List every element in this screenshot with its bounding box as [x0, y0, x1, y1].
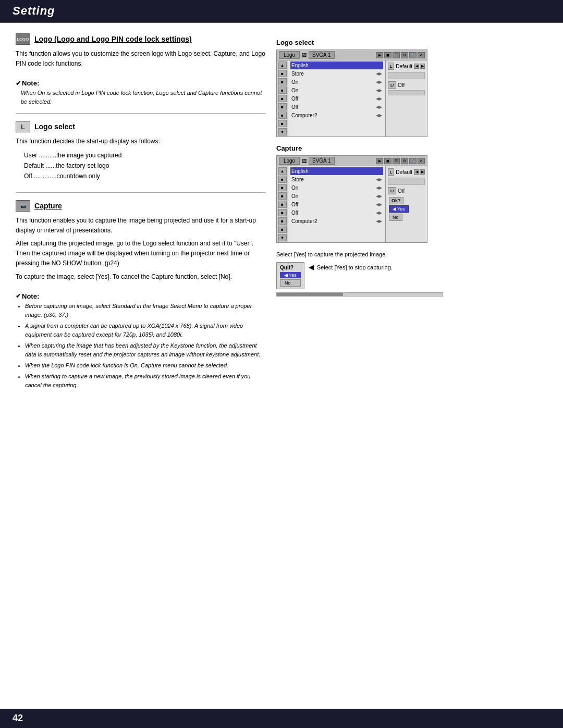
panel-arrow-left[interactable]: ◀: [414, 64, 419, 69]
menu-row-on2[interactable]: On ◀▶: [290, 87, 383, 94]
cap-panel-arrow-right[interactable]: ▶: [420, 169, 425, 175]
nav-btn-4[interactable]: ■: [278, 95, 287, 102]
cap-nav-down[interactable]: ▼: [278, 234, 287, 241]
cap-menu-row-computer2[interactable]: Computer2 ◀▶: [290, 217, 383, 225]
logo-section-title: Logo (Logo and Logo PIN code lock settin…: [34, 35, 192, 43]
capture-topbar-icon-5: 🔧: [409, 158, 417, 164]
note-title-1: Note:: [16, 79, 266, 87]
quit-panel: Quit? ◀ Yes No ◀ Select [Yes] to stop ca…: [276, 262, 443, 289]
panel-default-label: Default: [396, 64, 412, 69]
cap-panel-image-preview: [388, 178, 425, 185]
logo-select-title: Logo select: [34, 122, 75, 131]
ui-body-logo: ▲ ■ ■ ■ ■ ■ ■ ■ ▼ English Store: [277, 60, 427, 137]
logo-select-desc: This function decides the start-up displ…: [16, 137, 266, 146]
no-button[interactable]: No: [389, 214, 402, 221]
quit-label: Quit?: [280, 265, 301, 270]
logo-section: LOGO Logo (Logo and Logo PIN code lock s…: [16, 33, 266, 69]
nav-down[interactable]: ▼: [278, 128, 287, 135]
menu-label-computer2: Computer2: [291, 113, 317, 118]
cap-nav-btn-5[interactable]: ■: [278, 209, 287, 216]
panel-arrow-right[interactable]: ▶: [420, 64, 425, 69]
cap-nav-btn-2[interactable]: ■: [278, 184, 287, 191]
cap-nav-btn-4[interactable]: ■: [278, 201, 287, 208]
cap-nav-btn-7[interactable]: ■: [278, 226, 287, 233]
cap-nav-btn-1[interactable]: ■: [278, 176, 287, 183]
note-bullet-1: Before capturing an image, select Standa…: [25, 302, 266, 319]
menu-row-off2[interactable]: Off ◀▶: [290, 103, 383, 111]
cap-menu-row-english[interactable]: English: [290, 167, 383, 175]
cap-menu-row-off1[interactable]: Off ◀▶: [290, 201, 383, 208]
cap-nav-btn-6[interactable]: ■: [278, 217, 287, 225]
cap-menu-row-store[interactable]: Store ◀▶: [290, 176, 383, 183]
cap-menu-row-off2[interactable]: Off ◀▶: [290, 209, 383, 217]
nav-btn-1[interactable]: ■: [278, 70, 287, 77]
note-block-2: Note: Before capturing an image, select …: [16, 292, 266, 390]
topbar-capture-svga: SVGA 1: [309, 157, 335, 165]
quit-yes-button[interactable]: ◀ Yes: [280, 272, 301, 278]
cap-panel-default-label: Default: [396, 169, 412, 175]
panel-icon-off: L/: [388, 81, 396, 89]
topbar-icon-2: ◼: [384, 52, 391, 58]
nav-btn-6[interactable]: ■: [278, 112, 287, 119]
topbar-logo-label: Logo: [279, 51, 300, 59]
nav-btn-3[interactable]: ■: [278, 87, 287, 94]
cap-menu-label-off2: Off: [291, 210, 298, 216]
nav-up[interactable]: ▲: [278, 61, 287, 69]
cap-panel-arrows-default: ◀ ▶: [414, 169, 425, 175]
menu-label-store: Store: [291, 71, 304, 77]
cap-menu-label-off1: Off: [291, 202, 298, 207]
menu-label-on1: On: [291, 79, 298, 85]
menu-arrow-off2: ◀▶: [376, 105, 382, 109]
note-bullet-2: A signal from a computer can be captured…: [25, 322, 266, 339]
nav-btn-7[interactable]: ■: [278, 120, 287, 127]
capture-screenshot: Logo 🖼 SVGA 1 ▶ ◼ ☰ ⚙ 🔧 ✔ ▲ ■ ■: [276, 155, 427, 243]
logo-line-2: Default ......the factory-set logo: [24, 161, 266, 171]
caption-select-yes: Select [Yes] to capture the projected im…: [276, 250, 443, 259]
page-number: 42: [13, 713, 23, 724]
note-bullet-5: When starting to capture a new image, th…: [25, 372, 266, 390]
cap-menu-label-store: Store: [291, 177, 304, 182]
quit-no-button[interactable]: No: [280, 279, 301, 287]
panel-icon-L: L: [388, 63, 394, 70]
ok-label: Ok?: [389, 197, 403, 204]
quit-desc-text: Select [Yes] to stop capturing.: [317, 264, 393, 270]
cap-panel-row-L: L Default ◀ ▶: [388, 168, 425, 176]
divider-1: [16, 113, 266, 114]
ok-yes-no-panel: Ok? ◀ Yes No: [388, 196, 425, 222]
main-content: LOGO Logo (Logo and Logo PIN code lock s…: [0, 23, 563, 408]
menu-row-computer2[interactable]: Computer2 ◀▶: [290, 112, 383, 119]
yes-button[interactable]: ◀ Yes: [389, 205, 409, 213]
logo-line-3: Off..............countdown only: [24, 171, 266, 181]
menu-row-english[interactable]: English: [290, 61, 383, 69]
nav-btn-2[interactable]: ■: [278, 78, 287, 85]
cap-menu-row-on1[interactable]: On ◀▶: [290, 184, 383, 192]
scrollbar[interactable]: [276, 292, 443, 297]
capture-topbar-icon-6: ✔: [418, 158, 425, 164]
capture-icon: 📷: [16, 200, 30, 212]
topbar-capture-icon: 🖼: [302, 158, 307, 164]
cap-menu-row-on2[interactable]: On ◀▶: [290, 192, 383, 200]
right-column: Logo select Logo 🖼 SVGA 1 ▶ ◼ ☰ ⚙ 🔧 ✔: [276, 33, 443, 397]
capture-topbar-icon-1: ▶: [376, 158, 383, 164]
menu-row-store[interactable]: Store ◀▶: [290, 70, 383, 78]
menu-row-off1[interactable]: Off ◀▶: [290, 95, 383, 103]
logo-section-desc: This function allows you to customize th…: [16, 49, 266, 69]
ui-left-nav: ▲ ■ ■ ■ ■ ■ ■ ■ ▼: [277, 60, 288, 137]
cap-menu-arrow-store: ◀▶: [376, 177, 382, 182]
panel-arrows-default: ◀ ▶: [414, 64, 425, 69]
logo-line-1: User ..........the image you captured: [24, 150, 266, 161]
menu-label-on2: On: [291, 88, 298, 93]
logo-select-screenshot: Logo 🖼 SVGA 1 ▶ ◼ ☰ ⚙ 🔧 ✔ ▲ ■ ■: [276, 50, 427, 137]
cap-menu-label-on1: On: [291, 185, 298, 191]
topbar-capture-icons: ▶ ◼ ☰ ⚙ 🔧 ✔: [376, 158, 425, 164]
cap-nav-up[interactable]: ▲: [278, 167, 287, 175]
panel-off-label: Off: [398, 82, 405, 88]
note-bullets-2: Before capturing an image, select Standa…: [16, 302, 266, 390]
cap-panel-arrow-left[interactable]: ◀: [414, 169, 419, 175]
capture-para-2: After capturing the projected image, go …: [16, 239, 266, 269]
cap-menu-arrow-computer2: ◀▶: [376, 219, 382, 224]
menu-row-on1[interactable]: On ◀▶: [290, 78, 383, 86]
cap-nav-btn-3[interactable]: ■: [278, 192, 287, 200]
logo-select-title-row: L Logo select: [16, 121, 266, 132]
nav-btn-5[interactable]: ■: [278, 103, 287, 110]
